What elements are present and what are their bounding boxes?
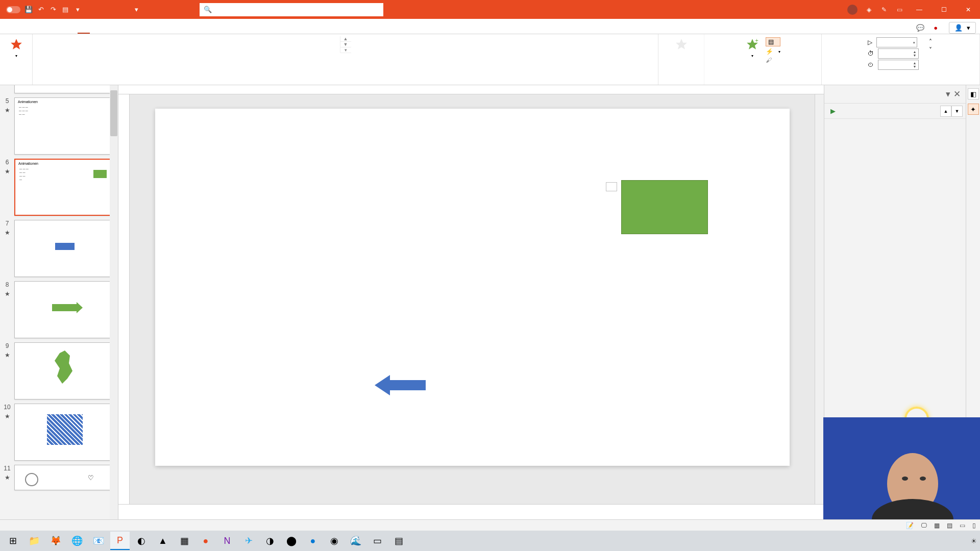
duration-field[interactable]: ⏱▲▼ bbox=[868, 48, 919, 59]
view-normal-icon[interactable]: ▦ bbox=[934, 522, 940, 529]
pane-close-icon[interactable]: ✕ bbox=[953, 89, 961, 99]
edge-icon[interactable]: 🌊 bbox=[346, 532, 365, 550]
thumb-6[interactable]: Animationen— — —— —— —— bbox=[14, 159, 115, 216]
minimize-button[interactable]: — bbox=[911, 3, 928, 16]
slide-thumbnails: 5★ Animationen— — —— — —— — 6★ Animation… bbox=[0, 85, 118, 519]
firefox-icon[interactable]: 🦊 bbox=[46, 532, 65, 550]
side-tool-2[interactable]: ✦ bbox=[968, 104, 979, 115]
green-rectangle[interactable] bbox=[621, 180, 708, 234]
app-icon-3[interactable]: ● bbox=[196, 532, 215, 550]
tab-entwurf[interactable] bbox=[53, 28, 65, 34]
app-icon-6[interactable]: ◉ bbox=[325, 532, 344, 550]
app-icon-1[interactable]: ◐ bbox=[132, 532, 151, 550]
move-earlier-button[interactable]: ˄ bbox=[929, 38, 934, 45]
tab-einfuegen[interactable] bbox=[29, 28, 41, 34]
notes-field[interactable] bbox=[118, 504, 824, 519]
play-from-button[interactable]: ▶ bbox=[827, 106, 841, 116]
user-avatar[interactable] bbox=[847, 5, 857, 15]
app-icon-4[interactable]: ◑ bbox=[260, 532, 280, 550]
draw-icon[interactable]: ✎ bbox=[880, 6, 888, 14]
svg-marker-4 bbox=[375, 375, 426, 395]
thumb-7[interactable] bbox=[14, 220, 115, 277]
app-icon-7[interactable]: ▭ bbox=[368, 532, 387, 550]
editor-scrollbar[interactable] bbox=[815, 94, 824, 504]
view-slideshow-icon[interactable]: ▯ bbox=[972, 522, 976, 529]
tab-aufzeichnen[interactable] bbox=[102, 28, 114, 34]
explorer-icon[interactable]: 📁 bbox=[24, 532, 44, 550]
animation-pane-button[interactable]: ▤ bbox=[766, 37, 780, 46]
rect-anim-tag[interactable] bbox=[606, 182, 617, 191]
app-icon-5[interactable]: ● bbox=[303, 532, 323, 550]
side-tool-1[interactable]: ◧ bbox=[968, 88, 979, 99]
thumb-10[interactable] bbox=[14, 404, 115, 461]
search-icon: 🔍 bbox=[204, 6, 212, 13]
app-icon-2[interactable]: ▦ bbox=[175, 532, 194, 550]
vlc-icon[interactable]: ▲ bbox=[153, 532, 173, 550]
delay-field[interactable]: ⏲▲▼ bbox=[868, 60, 919, 70]
move-later-button[interactable]: ˅ bbox=[929, 46, 934, 54]
gallery-scroll[interactable]: ▲▼▾ bbox=[340, 36, 351, 53]
pane-icon: ▤ bbox=[768, 38, 774, 45]
tab-uebergaenge[interactable] bbox=[65, 28, 78, 34]
start-button[interactable]: ⊞ bbox=[3, 532, 22, 550]
close-button[interactable]: ✕ bbox=[960, 3, 977, 16]
view-reading-icon[interactable]: ▭ bbox=[960, 522, 965, 529]
present-icon[interactable]: ▤ bbox=[61, 6, 69, 14]
sync-icon[interactable]: ◈ bbox=[865, 6, 873, 14]
document-title: ▾ bbox=[133, 6, 138, 13]
status-display[interactable]: 🖵 bbox=[921, 522, 927, 529]
tab-dictation[interactable] bbox=[139, 28, 151, 34]
tab-start[interactable] bbox=[16, 28, 29, 34]
add-animation-button[interactable]: + ▾ bbox=[742, 36, 763, 65]
blue-arrow[interactable] bbox=[375, 375, 426, 395]
more-icon[interactable]: ▾ bbox=[74, 6, 82, 14]
effect-options-icon bbox=[674, 37, 689, 52]
status-notes[interactable]: 📝 bbox=[906, 522, 914, 529]
start-field[interactable]: ▷▾ bbox=[868, 37, 919, 47]
powerpoint-icon[interactable]: P bbox=[110, 532, 130, 550]
view-sorter-icon[interactable]: ▤ bbox=[947, 522, 952, 529]
slide-canvas[interactable] bbox=[130, 94, 815, 504]
undo-icon[interactable]: ↶ bbox=[37, 6, 45, 14]
preview-button[interactable]: ▾ bbox=[6, 36, 27, 59]
svg-marker-1 bbox=[676, 39, 687, 49]
pane-dropdown-icon[interactable]: ▾ bbox=[946, 89, 950, 99]
save-icon[interactable]: 💾 bbox=[24, 6, 33, 14]
svg-text:+: + bbox=[755, 38, 758, 43]
app-icon-8[interactable]: ▤ bbox=[389, 532, 408, 550]
record-button[interactable]: ● bbox=[929, 22, 944, 33]
weather-widget[interactable]: ☀ bbox=[971, 537, 977, 545]
maximize-button[interactable]: ☐ bbox=[935, 3, 952, 16]
outlook-icon[interactable]: 📧 bbox=[89, 532, 108, 550]
tab-ansicht[interactable] bbox=[127, 28, 139, 34]
chrome-icon[interactable]: 🌐 bbox=[67, 532, 87, 550]
comments-icon[interactable]: 💬 bbox=[916, 24, 924, 32]
tab-praesentation[interactable] bbox=[90, 28, 102, 34]
tab-animationen[interactable] bbox=[78, 27, 90, 34]
reorder-buttons[interactable]: ▲▼ bbox=[940, 106, 963, 117]
trigger-button[interactable]: ⚡▾ bbox=[766, 48, 780, 55]
tab-ueberpruefen[interactable] bbox=[114, 28, 127, 34]
thumb-9[interactable] bbox=[14, 342, 115, 399]
obs-icon[interactable]: ⬤ bbox=[282, 532, 301, 550]
onenote-icon[interactable]: N bbox=[217, 532, 237, 550]
window-icon[interactable]: ▭ bbox=[895, 6, 903, 14]
tab-datei[interactable] bbox=[4, 28, 16, 34]
taskbar: ⊞ 📁 🦊 🌐 📧 P ◐ ▲ ▦ ● N ✈ ◑ ⬤ ● ◉ 🌊 ▭ ▤ ☀ bbox=[0, 531, 980, 551]
search-input[interactable]: 🔍 bbox=[200, 3, 383, 16]
tab-zeichnen[interactable] bbox=[41, 28, 53, 34]
svg-point-8 bbox=[902, 477, 908, 481]
tab-hilfe[interactable] bbox=[151, 28, 163, 34]
ribbon-content: ▾ ▲▼▾ + ▾ ▤ ⚡▾ 🖌 bbox=[0, 34, 980, 85]
autosave-toggle[interactable] bbox=[3, 6, 20, 13]
share-button[interactable]: 👤▾ bbox=[949, 22, 976, 34]
telegram-icon[interactable]: ✈ bbox=[239, 532, 258, 550]
thumb-5[interactable]: Animationen— — —— — —— — bbox=[14, 97, 115, 155]
thumb-8[interactable] bbox=[14, 281, 115, 338]
ribbon-tabs: 💬 ● 👤▾ bbox=[0, 19, 980, 34]
status-bar: 📝 🖵 ▦ ▤ ▭ ▯ bbox=[0, 519, 980, 531]
title-bar: 💾 ↶ ↷ ▤ ▾ ▾ 🔍 ◈ ✎ ▭ — ☐ ✕ bbox=[0, 0, 980, 19]
thumb-scrollbar[interactable] bbox=[110, 85, 118, 519]
thumb-11[interactable]: ♡ bbox=[14, 465, 115, 490]
redo-icon[interactable]: ↷ bbox=[49, 6, 57, 14]
